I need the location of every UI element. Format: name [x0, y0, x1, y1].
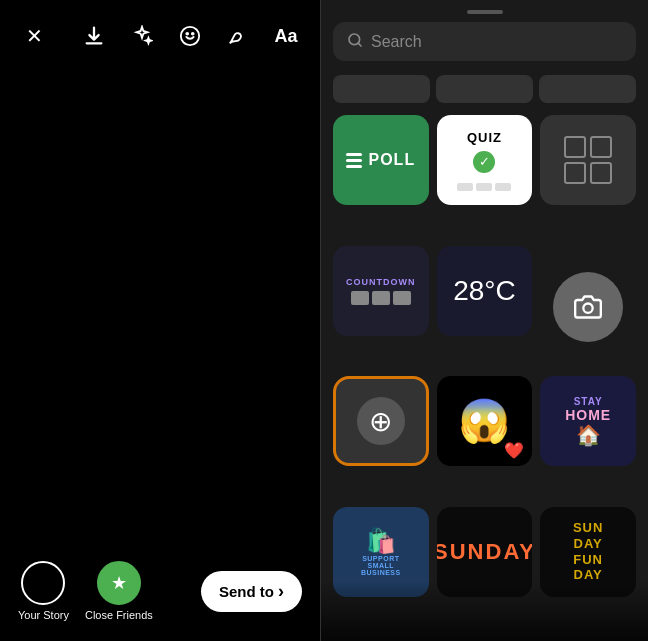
sticker-grid: POLL QUIZ ✓	[321, 111, 648, 641]
close-friends-circle	[97, 561, 141, 605]
drag-handle[interactable]	[467, 10, 503, 14]
camera-icon	[574, 293, 602, 321]
svg-point-2	[186, 33, 188, 35]
quiz-label: QUIZ	[467, 130, 502, 145]
stay-label: STAY	[565, 396, 611, 407]
camera-sticker[interactable]	[553, 272, 623, 342]
effects-icon[interactable]	[126, 20, 158, 52]
draw-icon[interactable]	[222, 20, 254, 52]
sunday-sticker[interactable]: SUNDAY	[437, 507, 533, 597]
temperature-value: 28°C	[453, 275, 516, 307]
quiz-check-icon: ✓	[473, 151, 495, 173]
svg-point-1	[181, 27, 199, 45]
poll-label: POLL	[368, 151, 415, 169]
close-friends-option[interactable]: Close Friends	[85, 561, 153, 621]
sunday-label: SUNDAY	[437, 539, 533, 565]
search-icon	[347, 32, 363, 51]
svg-point-6	[583, 303, 592, 312]
support-label: SUPPORTSMALLBUSINESS	[361, 555, 401, 576]
tab-2[interactable]	[436, 75, 533, 103]
scream-sticker[interactable]: 😱 ❤️	[437, 376, 533, 466]
quiz-sticker[interactable]: QUIZ ✓	[437, 115, 533, 205]
tabs-row	[321, 71, 648, 111]
tab-1[interactable]	[333, 75, 430, 103]
countdown-label: COUNTDOWN	[346, 277, 416, 287]
support-sticker[interactable]: 🛍️ SUPPORTSMALLBUSINESS	[333, 507, 429, 597]
top-toolbar: ✕	[0, 0, 320, 62]
canvas-area	[0, 0, 320, 641]
add-sticker-button[interactable]: ⊕	[333, 376, 429, 466]
svg-line-5	[358, 43, 361, 46]
stay-home-sticker[interactable]: STAY HOME 🏠	[540, 376, 636, 466]
countdown-sticker[interactable]: COUNTDOWN	[333, 246, 429, 336]
story-options: Your Story Close Friends	[18, 561, 153, 621]
svg-point-3	[192, 33, 194, 35]
heart-icon: 🏠	[565, 423, 611, 447]
search-input[interactable]	[371, 33, 622, 51]
grid-sticker[interactable]	[540, 115, 636, 205]
sunfunday-sticker[interactable]: SUNDAYFUNDAY	[540, 507, 636, 597]
text-icon[interactable]: Aa	[270, 20, 302, 52]
face-icon[interactable]	[174, 20, 206, 52]
temperature-sticker[interactable]: 28°C	[437, 246, 533, 336]
left-panel: ✕	[0, 0, 320, 641]
your-story-circle	[21, 561, 65, 605]
send-arrow-icon: ›	[278, 581, 284, 602]
bag-icon: 🛍️	[366, 527, 396, 555]
send-to-button[interactable]: Send to ›	[201, 571, 302, 612]
your-story-label: Your Story	[18, 609, 69, 621]
right-panel: POLL QUIZ ✓	[320, 0, 648, 641]
home-label: HOME	[565, 407, 611, 423]
close-icon[interactable]: ✕	[18, 20, 50, 52]
sunfunday-label: SUNDAYFUNDAY	[573, 520, 603, 582]
search-bar	[333, 22, 636, 61]
tab-3[interactable]	[539, 75, 636, 103]
send-to-label: Send to	[219, 583, 274, 600]
add-icon: ⊕	[357, 397, 405, 445]
close-friends-label: Close Friends	[85, 609, 153, 621]
poll-sticker[interactable]: POLL	[333, 115, 429, 205]
bottom-bar: Your Story Close Friends Send to ›	[0, 547, 320, 641]
download-icon[interactable]	[78, 20, 110, 52]
your-story-option[interactable]: Your Story	[18, 561, 69, 621]
